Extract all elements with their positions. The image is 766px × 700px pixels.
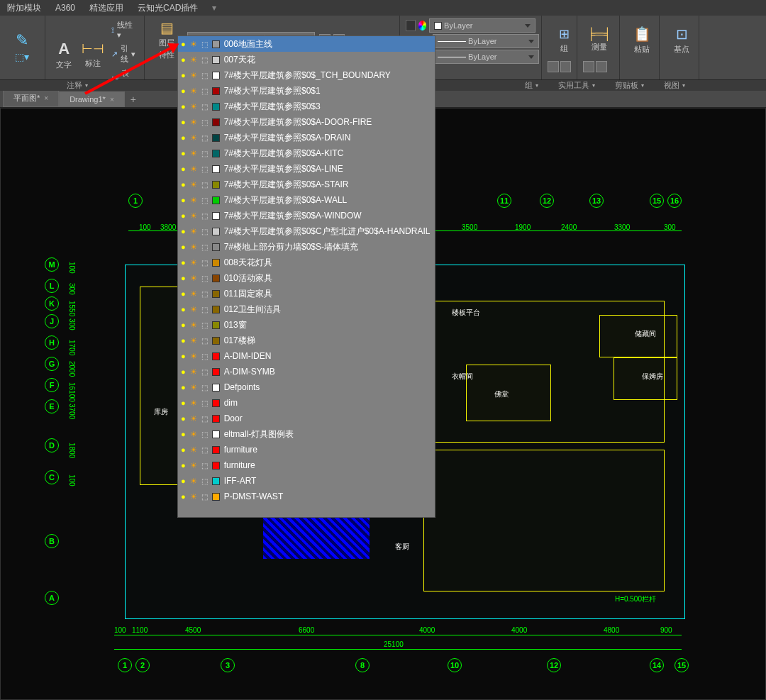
lock-icon[interactable]: ⬚ xyxy=(201,228,208,235)
lock-icon[interactable]: ⬚ xyxy=(201,415,208,423)
bulb-icon[interactable]: ● xyxy=(181,180,186,189)
close-icon[interactable]: × xyxy=(44,94,48,102)
bulb-icon[interactable]: ● xyxy=(181,55,186,64)
freeze-icon[interactable]: ☀ xyxy=(190,211,197,221)
lock-icon[interactable]: ⬚ xyxy=(201,181,208,189)
freeze-icon[interactable]: ☀ xyxy=(190,87,197,96)
util-icon-2[interactable] xyxy=(596,61,607,72)
linear-button[interactable]: ⟟线性▾ xyxy=(109,18,138,41)
layer-item[interactable]: ● ☀ ⬚ 7#楼大平层建筑参照$0$A-KITC xyxy=(178,145,435,161)
layer-item[interactable]: ● ☀ ⬚ 7#楼大平层建筑参照$0$A-DRAIN xyxy=(178,130,435,145)
lock-icon[interactable]: ⬚ xyxy=(201,118,208,126)
freeze-icon[interactable]: ☀ xyxy=(190,492,197,501)
bulb-icon[interactable]: ● xyxy=(181,227,186,235)
bulb-icon[interactable]: ● xyxy=(181,477,186,485)
bulb-icon[interactable]: ● xyxy=(181,87,186,95)
doc-tab-2[interactable]: Drawing1*× xyxy=(59,91,125,107)
layer-item[interactable]: ● ☀ ⬚ 7#楼地上部分剪力墙$0$S-墙体填充 xyxy=(178,239,435,255)
layer-item[interactable]: ● ☀ ⬚ A-DIM-SYMB xyxy=(178,364,435,379)
bulb-icon[interactable]: ● xyxy=(181,40,186,48)
layer-item[interactable]: ● ☀ ⬚ 7#楼大平层建筑参照$0$A-WINDOW xyxy=(178,208,435,223)
bulb-icon[interactable]: ● xyxy=(181,414,186,423)
freeze-icon[interactable]: ☀ xyxy=(190,165,197,174)
layer-item[interactable]: ● ☀ ⬚ Defpoints xyxy=(178,379,435,395)
layer-item[interactable]: ● ☀ ⬚ 7#楼大平层建筑参照$0$_TCH_BOUNDARY xyxy=(178,67,435,83)
bulb-icon[interactable]: ● xyxy=(181,149,186,157)
bylayer-icon[interactable] xyxy=(406,20,416,31)
panel-view[interactable]: 视图 xyxy=(654,80,695,91)
util-icon-1[interactable] xyxy=(583,61,594,72)
freeze-icon[interactable]: ☀ xyxy=(190,461,197,470)
lock-icon[interactable]: ⬚ xyxy=(201,337,208,345)
layer-item[interactable]: ● ☀ ⬚ 7#楼大平层建筑参照$0$A-STAIR xyxy=(178,177,435,192)
bulb-icon[interactable]: ● xyxy=(181,196,186,204)
freeze-icon[interactable]: ☀ xyxy=(190,399,197,408)
bulb-icon[interactable]: ● xyxy=(181,399,186,407)
bulb-icon[interactable]: ● xyxy=(181,211,186,220)
freeze-icon[interactable]: ☀ xyxy=(190,477,197,486)
lock-icon[interactable]: ⬚ xyxy=(201,399,208,407)
layer-item[interactable]: ● ☀ ⬚ A-DIM-IDEN xyxy=(178,348,435,364)
lock-icon[interactable]: ⬚ xyxy=(201,150,208,157)
freeze-icon[interactable]: ☀ xyxy=(190,180,197,189)
paste-button[interactable]: 📋 粘贴 xyxy=(626,18,658,61)
bulb-icon[interactable]: ● xyxy=(181,274,186,282)
freeze-icon[interactable]: ☀ xyxy=(190,118,197,127)
layer-item[interactable]: ● ☀ ⬚ eltmall-灯具图例表 xyxy=(178,426,435,442)
bulb-icon[interactable]: ● xyxy=(181,165,186,173)
group-icon-3[interactable] xyxy=(560,61,572,72)
lock-icon[interactable]: ⬚ xyxy=(201,352,208,360)
close-icon[interactable]: × xyxy=(110,96,114,104)
text-button[interactable]: A 文字 xyxy=(51,33,77,76)
group-icon-2[interactable] xyxy=(548,61,559,72)
lock-icon[interactable]: ⬚ xyxy=(201,477,208,485)
lock-icon[interactable]: ⬚ xyxy=(201,103,208,111)
lock-icon[interactable]: ⬚ xyxy=(201,306,208,313)
freeze-icon[interactable]: ☀ xyxy=(190,196,197,205)
layer-item[interactable]: ● ☀ ⬚ Door xyxy=(178,411,435,426)
bulb-icon[interactable]: ● xyxy=(181,461,186,470)
freeze-icon[interactable]: ☀ xyxy=(190,321,197,330)
menu-a360[interactable]: A360 xyxy=(48,3,82,13)
layer-item[interactable]: ● ☀ ⬚ 012卫生间洁具 xyxy=(178,301,435,317)
lock-icon[interactable]: ⬚ xyxy=(201,243,208,251)
lock-icon[interactable]: ⬚ xyxy=(201,430,208,438)
panel-util[interactable]: 实用工具 xyxy=(548,80,605,91)
layer-off-icon[interactable]: ⬚▾ xyxy=(15,51,29,62)
freeze-icon[interactable]: ☀ xyxy=(190,102,197,111)
layer-item[interactable]: ● ☀ ⬚ dim xyxy=(178,395,435,411)
freeze-icon[interactable]: ☀ xyxy=(190,71,197,80)
lock-icon[interactable]: ⬚ xyxy=(201,196,208,204)
bulb-icon[interactable]: ● xyxy=(181,383,186,391)
bulb-icon[interactable]: ● xyxy=(181,71,186,79)
lock-icon[interactable]: ⬚ xyxy=(201,212,208,220)
freeze-icon[interactable]: ☀ xyxy=(190,336,197,345)
bulb-icon[interactable]: ● xyxy=(181,321,186,329)
lock-icon[interactable]: ⬚ xyxy=(201,274,208,282)
lock-icon[interactable]: ⬚ xyxy=(201,290,208,298)
lock-icon[interactable]: ⬚ xyxy=(201,72,208,79)
bulb-icon[interactable]: ● xyxy=(181,118,186,126)
color-wheel-icon[interactable] xyxy=(418,21,427,30)
layer-item[interactable]: ● ☀ ⬚ 7#楼大平层建筑参照$0$A-DOOR-FIRE xyxy=(178,114,435,130)
freeze-icon[interactable]: ☀ xyxy=(190,258,197,267)
bulb-icon[interactable]: ● xyxy=(181,289,186,298)
freeze-icon[interactable]: ☀ xyxy=(190,40,197,49)
menu-plugin[interactable]: 云知光CAD插件 xyxy=(131,2,205,14)
dimension-button[interactable]: ⊢⊣ 标注 xyxy=(79,33,105,76)
layer-item[interactable]: ● ☀ ⬚ 7#楼大平层建筑参照$0$A-LINE xyxy=(178,161,435,177)
new-tab-button[interactable]: + xyxy=(125,91,142,107)
freeze-icon[interactable]: ☀ xyxy=(190,243,197,252)
freeze-icon[interactable]: ☀ xyxy=(190,55,197,65)
layer-item[interactable]: ● ☀ ⬚ P-DMST-WAST xyxy=(178,489,435,504)
layer-dropdown-list[interactable]: ● ☀ ⬚ 006地面主线● ☀ ⬚ 007天花● ☀ ⬚ 7#楼大平层建筑参照… xyxy=(177,35,435,518)
lock-icon[interactable]: ⬚ xyxy=(201,165,208,173)
freeze-icon[interactable]: ☀ xyxy=(190,227,197,236)
linetype-select[interactable]: ByLayer xyxy=(433,50,539,64)
basepoint-button[interactable]: ⊡ 基点 xyxy=(665,18,698,61)
freeze-icon[interactable]: ☀ xyxy=(190,383,197,392)
lock-icon[interactable]: ⬚ xyxy=(201,134,208,142)
measure-button[interactable]: ╞═╡ 测量 xyxy=(583,18,616,61)
bulb-icon[interactable]: ● xyxy=(181,258,186,267)
bulb-icon[interactable]: ● xyxy=(181,102,186,111)
